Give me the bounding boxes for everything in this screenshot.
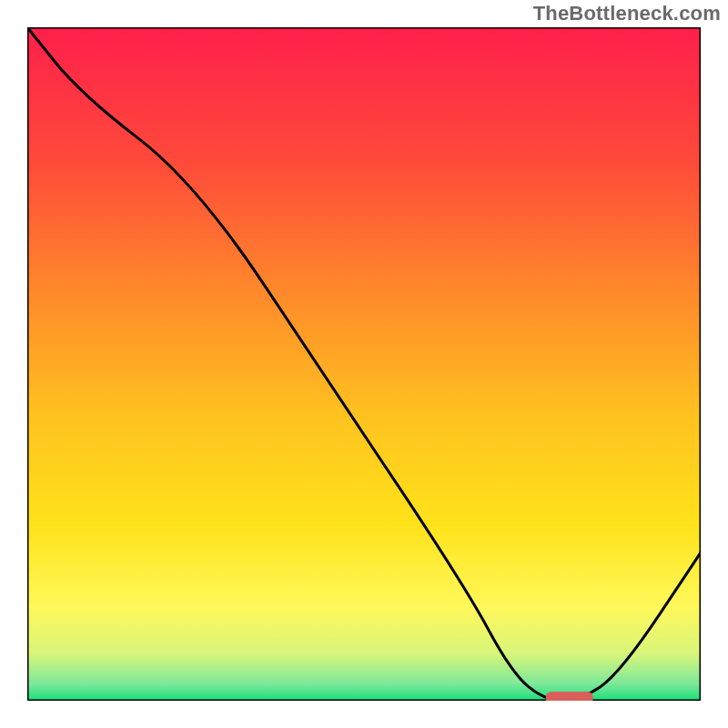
watermark-text: TheBottleneck.com xyxy=(533,2,721,25)
chart-container: TheBottleneck.com xyxy=(0,0,728,728)
gradient-background xyxy=(27,27,701,701)
plot-area xyxy=(27,27,701,701)
chart-svg xyxy=(27,27,701,701)
optimum-marker xyxy=(546,692,593,701)
